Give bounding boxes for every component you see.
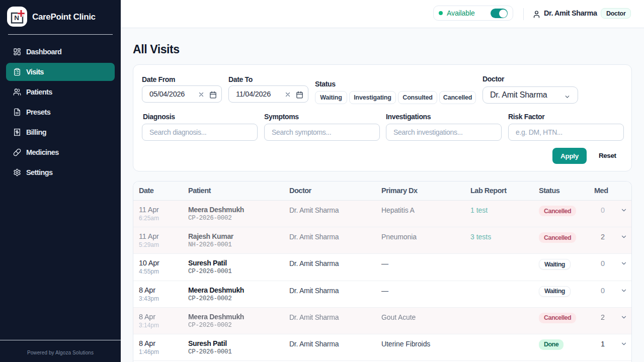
svg-text:N: N	[14, 14, 19, 22]
